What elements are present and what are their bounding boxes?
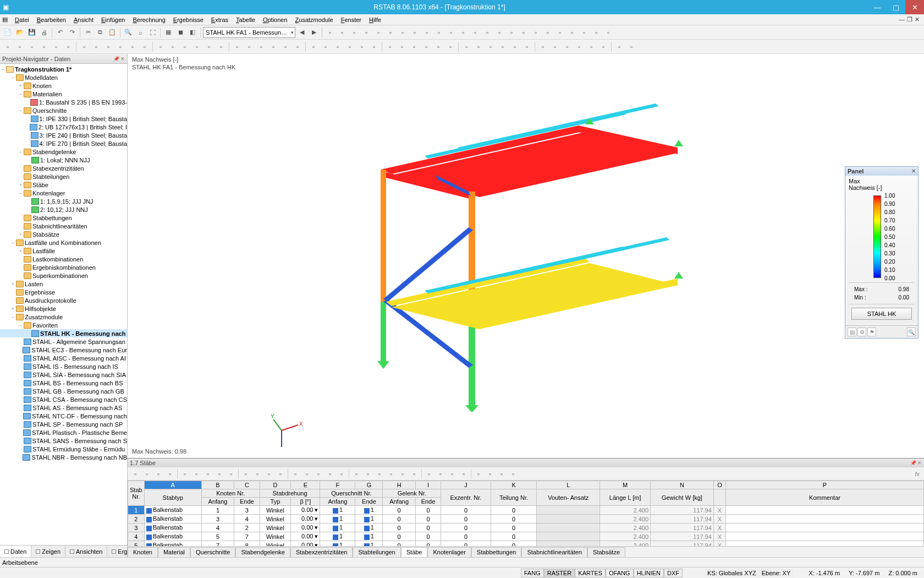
tool2-41-icon[interactable]: ▫ (521, 41, 532, 52)
tool2-26-icon[interactable]: ▫ (332, 41, 343, 52)
ttool-13-icon[interactable]: ▫ (290, 468, 301, 479)
copy-icon[interactable]: ⧉ (95, 27, 106, 38)
tool2-10-icon[interactable]: ▫ (127, 41, 138, 52)
tool2-47-icon[interactable]: ▫ (598, 41, 609, 52)
tool2-22-icon[interactable]: ▫ (280, 41, 291, 52)
status-toggle-raster[interactable]: RASTER (544, 569, 575, 577)
tool2-15-icon[interactable]: ▫ (191, 41, 202, 52)
ttool-10-icon[interactable]: ▫ (252, 468, 263, 479)
menu-zusatzmodule[interactable]: Zusatzmodule (292, 15, 337, 24)
tool-18-icon[interactable]: ▫ (542, 27, 553, 38)
tool2-44-icon[interactable]: ▫ (562, 41, 573, 52)
panel-module-button[interactable]: STAHL HK (851, 308, 912, 320)
navigator-tree[interactable]: −Tragkonstruktion 1*−Modelldaten+Knoten−… (0, 64, 127, 545)
loadcase-combo[interactable]: STAHL HK FA1 - Bemessun… (203, 27, 295, 38)
menu-hilfe[interactable]: Hilfe (365, 15, 385, 24)
tool2-39-icon[interactable]: ▫ (497, 41, 508, 52)
tree-item[interactable]: +Hilfsobjekte (0, 304, 127, 313)
wireframe-icon[interactable]: ▦ (163, 27, 174, 38)
ttool-15-icon[interactable]: ▫ (313, 468, 324, 479)
nav-pin-icon[interactable]: 📌 (113, 56, 119, 62)
ttool-23-icon[interactable]: ▫ (409, 468, 420, 479)
status-toggle-dxf[interactable]: DXF (664, 569, 683, 577)
table-tab-stabexzentrizitäten[interactable]: Stabexzentrizitäten (290, 547, 353, 557)
tool2-27-icon[interactable]: ▫ (344, 41, 355, 52)
tree-item[interactable]: STAHL Ermüdung Stäbe - Ermüdu (0, 445, 127, 453)
tree-item[interactable]: Stabbettungen (0, 214, 127, 222)
members-table[interactable]: Stab Nr. ABCDEFGHIJKLMNOP Stabtyp Knoten… (128, 481, 924, 546)
redo-icon[interactable]: ↷ (67, 27, 78, 38)
tool2-49-icon[interactable]: ▫ (626, 41, 637, 52)
solid-icon[interactable]: ◼ (175, 27, 186, 38)
tree-item[interactable]: STAHL Plastisch - Plastische Beme (0, 428, 127, 437)
tree-item[interactable]: 2: 10,12; JJJ NNJ (0, 205, 127, 214)
tool2-38-icon[interactable]: ▫ (485, 41, 496, 52)
ttool-2-icon[interactable]: ▫ (153, 468, 164, 479)
tool-16-icon[interactable]: ▫ (518, 27, 529, 38)
tool2-1-icon[interactable]: ▫ (14, 41, 25, 52)
menu-datei[interactable]: Datei (11, 15, 33, 24)
tree-item[interactable]: −Knotenlager (0, 189, 127, 197)
ttool-31-icon[interactable]: ▫ (508, 468, 519, 479)
nav-tab-zeigen[interactable]: Zeigen (31, 546, 65, 557)
ttool-5-icon[interactable]: ▫ (191, 468, 202, 479)
tool2-18-icon[interactable]: ▫ (232, 41, 243, 52)
panel-close-icon[interactable]: ✕ (911, 168, 916, 175)
tool2-21-icon[interactable]: ▫ (268, 41, 279, 52)
tree-item[interactable]: STAHL - Allgemeine Spannungsan (0, 337, 127, 346)
tool2-34-icon[interactable]: ▫ (433, 41, 444, 52)
tool-1-icon[interactable]: ▫ (337, 27, 348, 38)
tree-item[interactable]: 4: IPE 270 | British Steel; Bausta (0, 139, 127, 148)
ttool-25-icon[interactable]: ▫ (435, 468, 446, 479)
tool2-42-icon[interactable]: ▫ (537, 41, 548, 52)
ttool-11-icon[interactable]: ▫ (263, 468, 274, 479)
tree-item[interactable]: −Querschnitte (0, 106, 127, 114)
table-tab-knoten[interactable]: Knoten (128, 547, 158, 557)
tool-20-icon[interactable]: ▫ (566, 27, 578, 38)
tool2-11-icon[interactable]: ▫ (139, 41, 150, 52)
tool2-0-icon[interactable]: ▫ (2, 41, 13, 52)
tree-item[interactable]: 2: UB 127x76x13 | British Steel; I (0, 123, 127, 131)
ttool-16-icon[interactable]: ▫ (324, 468, 336, 479)
table-row[interactable]: 4 Balkenstab 57 Winkel0.00 ▾ 11 0000 2.4… (128, 532, 924, 541)
tool2-48-icon[interactable]: ▫ (614, 41, 625, 52)
ttool-0-icon[interactable]: ▫ (130, 468, 141, 479)
open-icon[interactable]: 📂 (14, 27, 25, 38)
viewport-3d[interactable]: Max Nachweis [-] STAHL HK FA1 - Bemessun… (128, 54, 924, 458)
status-toggle-fang[interactable]: FANG (521, 569, 544, 577)
tree-item[interactable]: STAHL NBR - Bemessung nach NB (0, 453, 127, 461)
tool-0-icon[interactable]: ▫ (324, 27, 336, 38)
ttool-19-icon[interactable]: ▫ (362, 468, 373, 479)
table-tab-knotenlager[interactable]: Knotenlager (427, 547, 471, 557)
ttool-9-icon[interactable]: ▫ (240, 468, 251, 479)
ttool-12-icon[interactable]: ▫ (275, 468, 286, 479)
ttool-3-icon[interactable]: ▫ (164, 468, 175, 479)
status-toggle-ofang[interactable]: OFANG (606, 569, 634, 577)
maximize-button[interactable]: ▢ (887, 0, 905, 14)
tool2-6-icon[interactable]: ▫ (79, 41, 90, 52)
table-tab-stäbe[interactable]: Stäbe (401, 547, 428, 557)
tool2-9-icon[interactable]: ▫ (115, 41, 126, 52)
tool2-45-icon[interactable]: ▫ (574, 41, 585, 52)
tool-23-icon[interactable]: ▫ (603, 27, 614, 38)
tree-item[interactable]: STAHL AISC - Bemessung nach AI (0, 354, 127, 362)
table-tab-querschnitte[interactable]: Querschnitte (190, 547, 235, 557)
tool-12-icon[interactable]: ▫ (470, 27, 481, 38)
tool-7-icon[interactable]: ▫ (409, 27, 420, 38)
menu-fenster[interactable]: Fenster (337, 15, 365, 24)
tree-item[interactable]: Lastkombinationen (0, 255, 127, 263)
tree-item[interactable]: +Knoten (0, 81, 127, 90)
tool2-3-icon[interactable]: ▫ (38, 41, 50, 52)
tree-item[interactable]: STAHL AS - Bemessung nach AS (0, 403, 127, 412)
tree-item[interactable]: STAHL BS - Bemessung nach BS (0, 379, 127, 387)
mdi-restore[interactable]: ❐ (907, 16, 912, 23)
table-row[interactable]: 5 Balkenstab 78 Winkel0.00 ▾ 11 0000 2.4… (128, 541, 924, 547)
table-row[interactable]: 2 Balkenstab 34 Winkel0.00 ▾ 11 0000 2.4… (128, 515, 924, 524)
ttool-8-icon[interactable]: ▫ (226, 468, 237, 479)
tool-3-icon[interactable]: ▫ (361, 27, 372, 38)
tool2-43-icon[interactable]: ▫ (549, 41, 560, 52)
tool2-25-icon[interactable]: ▫ (320, 41, 331, 52)
tool2-40-icon[interactable]: ▫ (509, 41, 520, 52)
tool-15-icon[interactable]: ▫ (506, 27, 517, 38)
ttool-17-icon[interactable]: ▫ (336, 468, 347, 479)
